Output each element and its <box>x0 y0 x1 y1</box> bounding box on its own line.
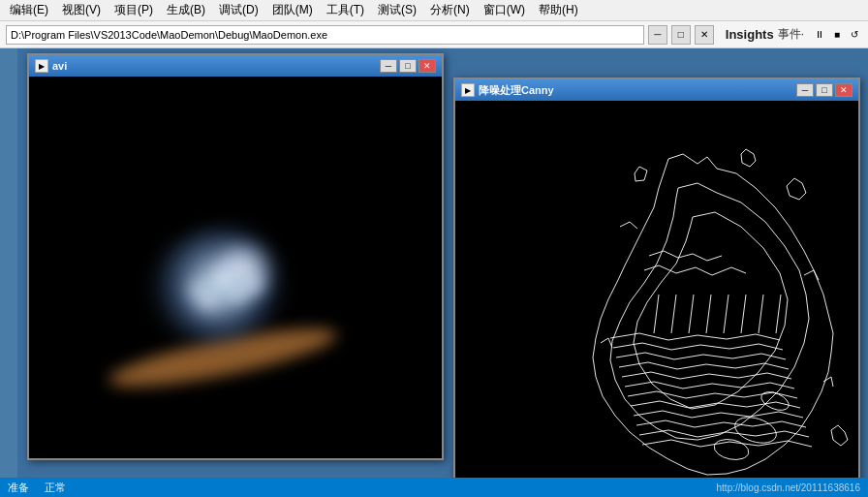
canny-canvas <box>455 101 858 497</box>
canny-window-title: 降噪处理Canny <box>479 83 792 98</box>
avi-window-icon: ▶ <box>35 59 48 73</box>
maximize-button[interactable]: □ <box>671 25 691 45</box>
close-button[interactable]: ✕ <box>695 25 714 45</box>
insights-label[interactable]: Insights <box>726 27 774 42</box>
toolbar: D:\Program Files\VS2013Code\MaoDemon\Deb… <box>0 21 868 48</box>
avi-canvas <box>29 77 442 458</box>
menu-edit[interactable]: 编辑(E) <box>4 0 54 20</box>
status-middle: 正常 <box>45 481 66 495</box>
status-bar: 准备 正常 http://blog.csdn.net/20111638616 <box>0 478 868 497</box>
menu-project[interactable]: 项目(P) <box>108 0 159 20</box>
main-area: ▶ avi ─ □ ✕ ▶ 降噪处理Canny <box>0 48 868 497</box>
canny-title-bar[interactable]: ▶ 降噪处理Canny ─ □ ✕ <box>455 79 858 101</box>
menu-test[interactable]: 测试(S) <box>372 0 422 20</box>
avi-window-buttons: ─ □ ✕ <box>380 59 436 73</box>
avi-close-button[interactable]: ✕ <box>418 59 436 73</box>
avi-title-bar[interactable]: ▶ avi ─ □ ✕ <box>29 55 442 77</box>
canny-window-buttons: ─ □ ✕ <box>796 83 852 97</box>
watermark: http://blog.csdn.net/20111638616 <box>717 482 860 493</box>
canny-content <box>455 101 858 497</box>
refresh-button[interactable]: ↺ <box>847 27 862 43</box>
menu-tools[interactable]: 工具(T) <box>321 0 370 20</box>
pause-button[interactable]: ⏸ <box>812 27 827 43</box>
ide-background: 编辑(E) 视图(V) 项目(P) 生成(B) 调试(D) 团队(M) 工具(T… <box>0 0 868 497</box>
canny-maximize-button[interactable]: □ <box>816 83 833 97</box>
avi-maximize-button[interactable]: □ <box>399 59 417 73</box>
menu-window[interactable]: 窗口(W) <box>478 0 531 20</box>
insights-event: 事件· <box>778 26 804 43</box>
avi-window-title: avi <box>52 60 376 72</box>
canny-close-button[interactable]: ✕ <box>835 83 852 97</box>
minimize-button[interactable]: ─ <box>648 25 667 45</box>
window-canny: ▶ 降噪处理Canny ─ □ ✕ <box>453 78 860 497</box>
work-area: ▶ avi ─ □ ✕ ▶ 降噪处理Canny <box>17 48 868 497</box>
avi-minimize-button[interactable]: ─ <box>380 59 397 73</box>
window-avi: ▶ avi ─ □ ✕ <box>27 53 444 460</box>
menu-analyze[interactable]: 分析(N) <box>424 0 476 20</box>
menu-team[interactable]: 团队(M) <box>266 0 319 20</box>
menu-bar: 编辑(E) 视图(V) 项目(P) 生成(B) 调试(D) 团队(M) 工具(T… <box>0 0 868 21</box>
insights-area: Insights 事件· <box>726 26 804 43</box>
left-panel <box>0 48 17 497</box>
menu-help[interactable]: 帮助(H) <box>533 0 584 20</box>
exe-path: D:\Program Files\VS2013Code\MaoDemon\Deb… <box>6 25 644 45</box>
status-left: 准备 <box>8 481 29 495</box>
menu-build[interactable]: 生成(B) <box>161 0 211 20</box>
avi-content <box>29 77 442 458</box>
stop-button[interactable]: ■ <box>829 27 845 43</box>
toolbar-controls: ⏸ ■ ↺ <box>812 27 862 43</box>
menu-view[interactable]: 视图(V) <box>56 0 107 20</box>
canny-window-icon: ▶ <box>461 83 475 97</box>
menu-debug[interactable]: 调试(D) <box>213 0 264 20</box>
canny-minimize-button[interactable]: ─ <box>796 83 814 97</box>
